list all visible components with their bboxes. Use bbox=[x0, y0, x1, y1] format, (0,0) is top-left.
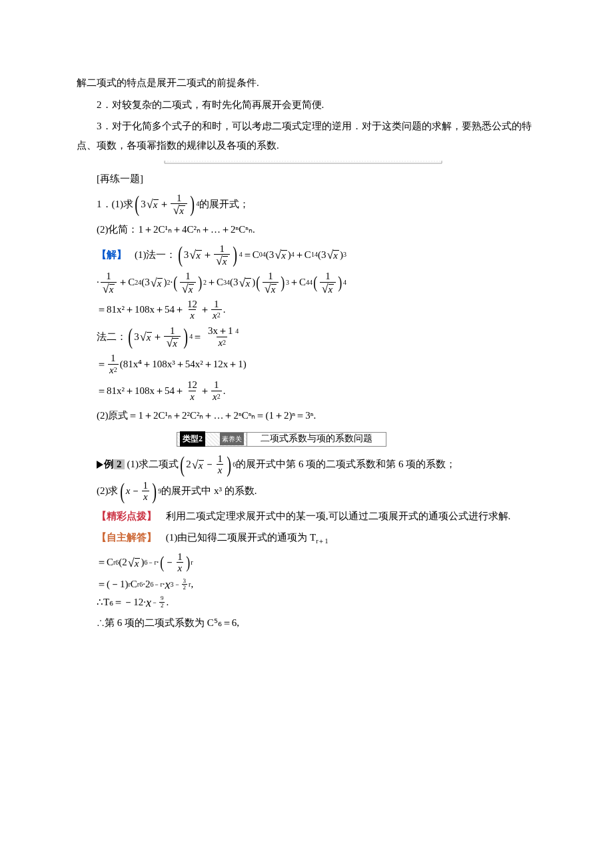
tip-line: 【精彩点拨】 利用二项式定理求展开式中的某一项,可以通过二项展开式的通项公式进行… bbox=[77, 507, 536, 526]
ans-line3: ∴T₆＝－12· x － 92 . bbox=[97, 595, 536, 609]
sol1-line1: 【解】 (1)法一： (3 √x ＋ 1√x )4 ＝ C04 (3√x)4 ＋… bbox=[97, 243, 536, 267]
topic-banner: 类型2 素养关 二项式系数与项的系数问题 bbox=[177, 432, 536, 447]
sol1-result: ＝81x²＋108x＋54＋ 12x ＋ 1x2 . bbox=[97, 299, 536, 321]
rehearse-q1: 1．(1)求 ( 3 √x ＋ 1 √x ) 4 的展开式； bbox=[97, 193, 536, 217]
ans-line1: ＝ Cr6 (2√x)6－r · (－ 1x )r bbox=[97, 551, 536, 574]
example-badge: 例 2 bbox=[97, 459, 125, 469]
topic-title: 二项式系数与项的系数问题 bbox=[247, 432, 386, 447]
tip-label: 【精彩点拨】 bbox=[97, 511, 157, 521]
rparen-icon: ) bbox=[190, 193, 195, 215]
example2-q1: 例 2 (1)求二项式 ( 2 √x － 1x )6 的展开式中第 6 项的二项… bbox=[97, 453, 536, 476]
sol1-method2-line2: ＝ 1x2 (81x⁴＋108x³＋54x²＋12x＋1) bbox=[97, 353, 536, 375]
sol1-lead: (1)法一： bbox=[135, 250, 177, 260]
sol1-method2-result: ＝81x²＋108x＋54＋ 12x ＋ 1x2 . bbox=[97, 379, 536, 402]
ans-lead: 【自主解答】 (1)由已知得二项展开式的通项为 Tr＋1 bbox=[77, 528, 536, 547]
exp-neg-9-2: － 92 bbox=[151, 595, 167, 609]
solution-label: 【解】 bbox=[97, 250, 127, 260]
rehearse-q2: (2)化简：1＋2C¹ₙ＋4C²ₙ＋…＋2ⁿCⁿₙ. bbox=[77, 220, 536, 239]
example2-q2: (2)求 ( x － 1x )9 的展开式中 x³ 的系数. bbox=[97, 480, 536, 503]
tip-text: 利用二项式定理求展开式中的某一项,可以通过二项展开式的通项公式进行求解. bbox=[166, 511, 511, 521]
ans-last-line: ∴第 6 项的二项式系数为 C⁵₆＝6, bbox=[77, 613, 536, 633]
ans-line2: ＝(－1)r Cr6 · 26－r · x 3－ 32 r , bbox=[97, 578, 536, 592]
topic-type-tag: 类型2 bbox=[180, 431, 205, 447]
divider-bracket bbox=[163, 160, 443, 164]
topic-suyang: 素养关 bbox=[220, 433, 244, 445]
sol1-line2: · 1√x ＋ C24 (3√x)2 · (1√x)2 ＋ C34 (3√x) … bbox=[97, 271, 536, 295]
intro-line-2: 3．对于化简多个式子的和时，可以考虑二项式定理的逆用．对于这类问题的求解，要熟悉… bbox=[77, 117, 536, 155]
sol1-method2-line1: 法二： (3 √x ＋ 1√x )4 ＝ 3x＋1 4 x2 bbox=[97, 325, 536, 349]
coef-3: 3 bbox=[141, 199, 146, 209]
q1-prefix: 1．(1)求 bbox=[97, 199, 133, 209]
frac-1-over-sqrtx: 1 √x bbox=[171, 193, 187, 217]
sol2-line: (2)原式＝1＋2C¹ₙ＋2²C²ₙ＋…＋2ⁿCⁿₙ＝(1＋2)ⁿ＝3ⁿ. bbox=[77, 406, 536, 425]
sqrt-x: √x bbox=[147, 198, 159, 210]
intro-line-1: 2．对较复杂的二项式，有时先化简再展开会更简便. bbox=[77, 95, 536, 115]
answer-label: 【自主解答】 bbox=[97, 532, 157, 543]
topic-left: 类型2 素养关 bbox=[177, 432, 247, 447]
rehearse-heading: [再练一题] bbox=[77, 169, 536, 189]
intro-line-0: 解二项式的特点是展开二项式的前提条件. bbox=[77, 73, 536, 93]
plus: ＋ bbox=[159, 199, 169, 209]
ans1-lead: (1)由已知得二项展开式的通项为 T bbox=[166, 532, 316, 543]
exp-3-minus-3r2: 3－ 32 r bbox=[171, 578, 191, 592]
triangle-icon bbox=[97, 461, 103, 469]
lparen-icon: ( bbox=[135, 193, 139, 215]
q1-suffix: 的展开式； bbox=[199, 199, 249, 209]
